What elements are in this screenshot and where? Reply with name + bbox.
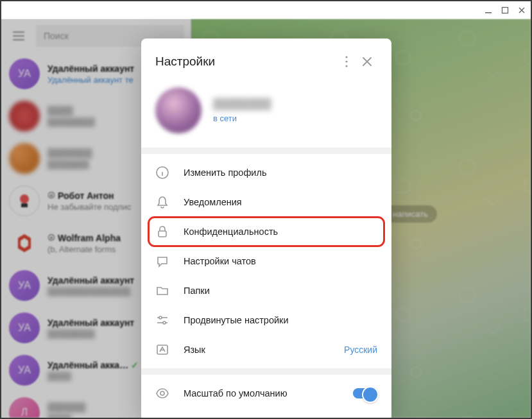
settings-item-label: Уведомления [184, 197, 377, 207]
more-options-button[interactable] [336, 51, 357, 72]
settings-item-language[interactable]: Язык Русский [141, 335, 391, 364]
profile-avatar [155, 87, 202, 133]
language-value: Русский [344, 345, 377, 355]
eye-icon [155, 386, 169, 400]
section-divider [141, 148, 391, 154]
svg-point-14 [159, 316, 162, 319]
settings-modal: Настройки ████████ в сети Изменить профи… [141, 38, 391, 419]
lock-icon [155, 225, 169, 239]
settings-item-label: Настройки чатов [184, 256, 377, 266]
settings-title: Настройки [155, 55, 336, 69]
settings-item-label: Папки [184, 286, 377, 296]
kebab-icon [345, 56, 348, 67]
sliders-icon [155, 313, 169, 327]
maximize-icon[interactable] [501, 6, 509, 14]
chat-icon [155, 254, 169, 268]
svg-point-8 [345, 65, 347, 67]
svg-point-7 [345, 60, 347, 62]
section-divider [141, 368, 391, 375]
info-icon [155, 166, 169, 180]
bell-icon [155, 195, 169, 209]
profile-section[interactable]: ████████ в сети [141, 83, 391, 148]
settings-item-label: Масштаб по умолчанию [184, 388, 339, 398]
settings-item-chat-settings[interactable]: Настройки чатов [141, 246, 391, 276]
settings-item-label: Продвинутые настройки [184, 315, 377, 325]
settings-item-default-scale[interactable]: Масштаб по умолчанию [141, 379, 391, 408]
language-icon [155, 343, 169, 357]
svg-rect-0 [485, 12, 492, 13]
svg-rect-12 [159, 231, 166, 237]
close-window-icon[interactable] [518, 6, 526, 14]
settings-item-label: Язык [184, 345, 330, 355]
settings-item-edit-profile[interactable]: Изменить профиль [141, 158, 391, 187]
svg-point-16 [163, 321, 166, 324]
close-button[interactable] [357, 51, 377, 72]
settings-item-notifications[interactable]: Уведомления [141, 187, 391, 217]
svg-rect-1 [502, 7, 508, 13]
minimize-icon[interactable] [485, 6, 492, 14]
settings-item-label: Конфиденциальность [184, 227, 377, 237]
svg-point-18 [160, 391, 164, 395]
default-scale-toggle[interactable] [353, 388, 377, 398]
folder-icon [155, 284, 169, 298]
profile-name: ████████ [213, 98, 271, 110]
svg-point-6 [345, 56, 347, 58]
settings-item-privacy[interactable]: Конфиденциальность [141, 217, 391, 246]
settings-item-advanced[interactable]: Продвинутые настройки [141, 305, 391, 335]
settings-item-folders[interactable]: Папки [141, 276, 391, 305]
close-icon [362, 56, 372, 67]
settings-item-label: Изменить профиль [184, 167, 377, 178]
window-titlebar [1, 1, 531, 19]
profile-status: в сети [213, 114, 271, 123]
